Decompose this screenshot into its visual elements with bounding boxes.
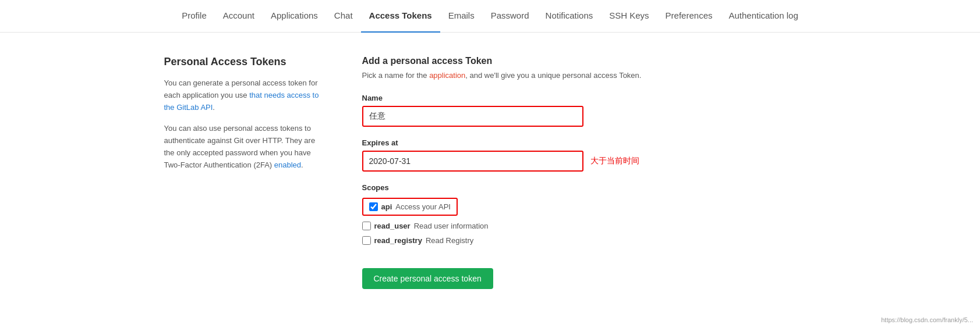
nav-item-password[interactable]: Password: [483, 0, 537, 33]
scope-checkbox-read-registry[interactable]: [362, 236, 371, 245]
nav-bar: ProfileAccountApplicationsChatAccess Tok…: [0, 0, 980, 33]
scope-checkbox-read-user[interactable]: [362, 222, 371, 230]
application-link[interactable]: application: [429, 71, 465, 80]
scope-item-read-registry: read_registry Read Registry: [362, 236, 816, 245]
nav-item-profile[interactable]: Profile: [174, 0, 215, 33]
scope-desc-read-user: Read user information: [414, 222, 489, 230]
create-token-button[interactable]: Create personal access token: [362, 268, 493, 289]
scope-checkbox-api[interactable]: [369, 202, 378, 211]
nav-item-preferences[interactable]: Preferences: [657, 0, 721, 33]
nav-item-access-tokens[interactable]: Access Tokens: [361, 0, 440, 33]
sidebar: Personal Access Tokens You can generate …: [164, 56, 327, 289]
date-hint: 大于当前时间: [590, 156, 639, 166]
nav-item-account[interactable]: Account: [215, 0, 263, 33]
scopes-group: Scopes api Access your API read_user Rea…: [362, 183, 816, 245]
name-label: Name: [362, 94, 816, 102]
scope-box-api: api Access your API: [362, 198, 458, 216]
form-subtitle: Pick a name for the application, and we'…: [362, 71, 816, 80]
scope-name-read-user: read_user: [374, 222, 411, 230]
expires-label: Expires at: [362, 138, 816, 147]
nav-item-ssh-keys[interactable]: SSH Keys: [601, 0, 657, 33]
sidebar-link-1[interactable]: that needs access to the GitLab API: [164, 91, 319, 112]
expires-group: Expires at 大于当前时间: [362, 138, 816, 172]
form-heading: Add a personal access Token: [362, 56, 816, 66]
sidebar-title: Personal Access Tokens: [164, 56, 327, 68]
scopes-label: Scopes: [362, 183, 816, 192]
name-input[interactable]: [362, 106, 583, 127]
nav-item-applications[interactable]: Applications: [263, 0, 326, 33]
nav-item-authentication-log[interactable]: Authentication log: [720, 0, 806, 33]
nav-item-notifications[interactable]: Notifications: [537, 0, 602, 33]
scope-desc-api: Access your API: [395, 202, 451, 211]
sidebar-para1: You can generate a personal access token…: [164, 77, 327, 113]
nav-item-emails[interactable]: Emails: [440, 0, 483, 33]
scope-desc-read-registry: Read Registry: [426, 236, 473, 245]
scope-item-api: api Access your API: [362, 198, 816, 216]
scope-name-read-registry: read_registry: [374, 236, 422, 245]
expires-input[interactable]: [362, 151, 583, 172]
form-area: Add a personal access Token Pick a name …: [362, 56, 816, 289]
sidebar-para2: You can also use personal access tokens …: [164, 123, 327, 171]
date-row: 大于当前时间: [362, 151, 816, 172]
sidebar-link-2[interactable]: enabled: [274, 161, 301, 169]
name-group: Name: [362, 94, 816, 127]
page-content: Personal Access Tokens You can generate …: [141, 56, 840, 289]
scope-item-read-user: read_user Read user information: [362, 222, 816, 230]
nav-item-chat[interactable]: Chat: [326, 0, 361, 33]
scope-name-api: api: [381, 202, 392, 211]
